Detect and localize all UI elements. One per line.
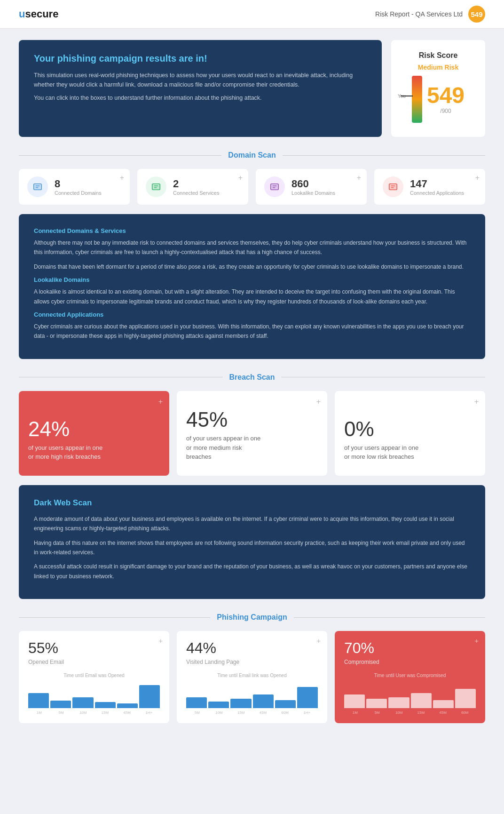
header: usecure Risk Report - QA Services Ltd 54… — [0, 0, 504, 29]
landing-label-3: 15M — [230, 710, 252, 715]
breach-desc-high: of your users appear in one or more high… — [28, 443, 103, 462]
svg-rect-6 — [389, 184, 397, 190]
breach-desc-medium: of your users appear in one or more medi… — [186, 434, 261, 462]
expand-email-icon[interactable]: + — [158, 637, 163, 645]
landing-pct: 44% — [186, 639, 318, 657]
email-label-6: 1H+ — [138, 710, 160, 715]
expand-compromised-icon[interactable]: + — [474, 637, 479, 645]
expand-lookalike-icon[interactable]: + — [357, 174, 361, 182]
breach-card-medium[interactable]: + 45% of your users appear in one or mor… — [177, 391, 327, 476]
cbar-5 — [433, 700, 454, 708]
breach-card-low[interactable]: + 0% of your users appear in one or more… — [335, 391, 485, 476]
breach-pct-medium: 45% — [186, 409, 228, 430]
stat-info-domains: 8 Connected Domains — [55, 178, 102, 196]
risk-level: Medium Risk — [418, 64, 458, 71]
stat-card-domains[interactable]: + 8 Connected Domains — [19, 169, 130, 205]
score-denom: /900 — [440, 108, 451, 114]
landing-label-1: 5M — [186, 710, 208, 715]
lbar-4 — [253, 694, 274, 708]
phishing-card-landing[interactable]: + 44% Visited Landing Page Time until Em… — [177, 631, 327, 723]
landing-label-2: 10M — [208, 710, 230, 715]
comp-label-4: 15M — [410, 710, 432, 715]
expand-services-icon[interactable]: + — [238, 174, 243, 182]
stat-card-lookalike[interactable]: + 860 Lookalike Domains — [256, 169, 367, 205]
breach-desc-low: of your users appear in one or more low … — [344, 443, 419, 462]
domain-info-section1-p1: Although there may not be any immediate … — [34, 238, 470, 257]
lbar-2 — [208, 702, 229, 709]
phishing-card-compromised[interactable]: + 70% Compromised Time until User was Co… — [335, 631, 485, 723]
expand-breach-medium-icon[interactable]: + — [316, 398, 321, 406]
compromised-chart-title: Time until User was Compromised — [344, 673, 476, 678]
lbar-3 — [230, 699, 251, 708]
lbar-1 — [186, 697, 207, 708]
logo: usecure — [19, 8, 58, 20]
landing-label-6: 1H+ — [296, 710, 318, 715]
comp-label-3: 10M — [388, 710, 410, 715]
stat-card-apps[interactable]: + 147 Connected Applications — [374, 169, 485, 205]
you-line — [401, 96, 413, 96]
risk-score-card: Risk Score Medium Risk You 549 /900 — [391, 40, 485, 137]
lookalike-icon — [264, 176, 285, 197]
svg-rect-2 — [152, 184, 160, 190]
score-number: 549 — [427, 84, 465, 107]
breach-pct-low: 0% — [344, 419, 374, 439]
stat-info-services: 2 Connected Services — [173, 178, 219, 196]
logo-u: u — [19, 8, 25, 20]
domain-info-section3-p1: Cyber criminals are curious about the ap… — [34, 322, 470, 341]
stat-card-services[interactable]: + 2 Connected Services — [137, 169, 248, 205]
breach-card-high[interactable]: + 24% of your users appear in one or mor… — [19, 391, 169, 476]
risk-score-title: Risk Score — [419, 51, 458, 60]
expand-breach-high-icon[interactable]: + — [158, 398, 163, 406]
bar-2 — [50, 701, 71, 708]
divider-left — [19, 155, 221, 156]
comp-label-5: 45M — [432, 710, 454, 715]
expand-landing-icon[interactable]: + — [316, 637, 321, 645]
dark-web-p2: Having data of this nature on the intern… — [34, 538, 470, 558]
phishing-desc2: You can click into the boxes to understa… — [34, 93, 367, 103]
domain-info-section1-title: Connected Domains & Services — [34, 227, 470, 234]
risk-gauge: You 549 /900 — [412, 76, 465, 123]
breach-scan-label: Breach Scan — [229, 373, 275, 382]
phishing-campaign-label: Phishing Campaign — [217, 613, 287, 622]
stat-info-lookalike: 860 Lookalike Domains — [291, 178, 335, 196]
phishing-card: Your phishing campaign results are in! T… — [19, 40, 382, 137]
apps-icon — [383, 176, 403, 197]
phishing-card-email[interactable]: + 55% Opened Email Time until Email was … — [19, 631, 169, 723]
breach-pct-high: 24% — [28, 419, 70, 439]
landing-label-4: 45M — [252, 710, 274, 715]
comp-label-1: 1M — [344, 710, 366, 715]
domains-label: Connected Domains — [55, 190, 102, 196]
landing-label: Visited Landing Page — [186, 659, 318, 665]
breach-scan-title: Breach Scan — [19, 373, 485, 382]
landing-label-5: 60M — [274, 710, 296, 715]
dark-web-p1: A moderate amount of data about your bus… — [34, 514, 470, 534]
services-icon — [146, 176, 166, 197]
lbar-5 — [275, 700, 296, 708]
breach-divider-left — [19, 377, 223, 377]
landing-chart-labels: 5M 10M 15M 45M 60M 1H+ — [186, 710, 318, 715]
domain-icon — [27, 176, 48, 197]
email-label-3: 10M — [72, 710, 94, 715]
expand-domains-icon[interactable]: + — [120, 174, 124, 182]
lbar-6 — [297, 687, 318, 708]
domain-info-section2-title: Lookalike Domains — [34, 276, 470, 283]
breach-cards-row: + 24% of your users appear in one or mor… — [19, 391, 485, 476]
expand-breach-low-icon[interactable]: + — [474, 398, 479, 406]
comp-label-2: 5M — [366, 710, 388, 715]
email-label: Opened Email — [28, 659, 160, 665]
report-title: Risk Report - QA Services Ltd — [375, 10, 463, 18]
cbar-1 — [344, 694, 365, 708]
expand-apps-icon[interactable]: + — [475, 174, 480, 182]
email-chart-labels: 1M 5M 10M 15M 45M 1H+ — [28, 710, 160, 715]
cbar-2 — [366, 699, 387, 708]
compromised-label: Compromised — [344, 659, 476, 665]
logo-secure: secure — [25, 8, 58, 20]
phishing-divider-left — [19, 617, 210, 618]
compromised-chart — [344, 681, 476, 709]
bar-3 — [72, 697, 93, 708]
lookalike-label: Lookalike Domains — [291, 190, 335, 196]
stat-info-apps: 147 Connected Applications — [410, 178, 464, 196]
comp-label-6: 60M — [454, 710, 476, 715]
phishing-desc1: This simulation uses real-world phishing… — [34, 71, 367, 89]
domain-scan-title: Domain Scan — [19, 151, 485, 160]
